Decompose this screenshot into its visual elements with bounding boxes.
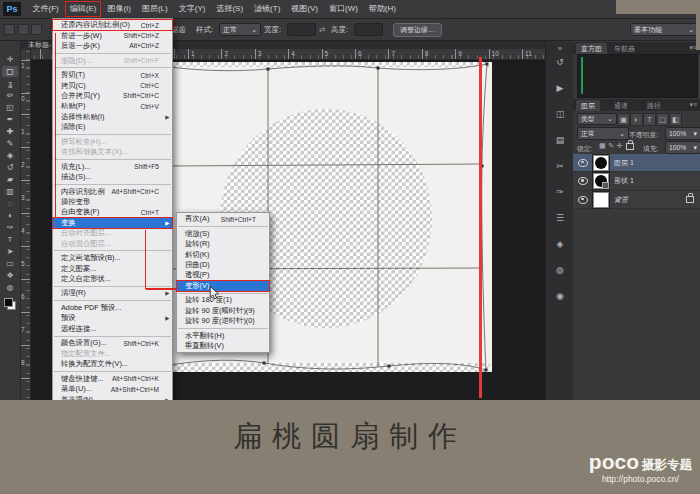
menubar-item[interactable]: 文件(F) xyxy=(27,0,64,18)
menu-item[interactable]: 拼写检查(H)... xyxy=(53,136,172,146)
menu-item[interactable]: 再次(A)Shift+Ctrl+T xyxy=(177,214,269,224)
expand-panels-icon[interactable]: » xyxy=(553,42,567,55)
filter-pixel-layers-icon[interactable]: ▣ xyxy=(617,113,630,126)
tab-histogram-1[interactable]: 导航器 xyxy=(609,43,640,54)
menu-item[interactable]: 旋转 90 度(逆时针)(0) xyxy=(177,316,269,326)
dodge-tool[interactable]: ◖ xyxy=(2,210,18,221)
panel-menu-icon[interactable]: ▾≡ xyxy=(689,101,697,109)
lasso-tool[interactable]: ʓ xyxy=(2,78,18,89)
type-tool[interactable]: T xyxy=(2,234,18,245)
layer-visibility-eye-icon[interactable] xyxy=(578,177,588,185)
menu-item[interactable]: 查找和替换文本(X)... xyxy=(53,147,172,157)
filter-adjustment-layers-icon[interactable]: ◐ xyxy=(630,113,643,126)
shape-tool[interactable]: ▭ xyxy=(2,258,18,269)
fill-dropdown[interactable]: 100%▾ xyxy=(665,141,700,154)
color-swatches[interactable] xyxy=(4,298,16,310)
layer-row[interactable]: 形状 1 xyxy=(573,173,700,191)
gradient-tool[interactable]: ▥ xyxy=(2,186,18,197)
swatches-panel-icon[interactable]: ◈ xyxy=(553,238,567,251)
lock-transparency-icon[interactable]: ▦ xyxy=(599,142,606,150)
menubar-item[interactable]: 编辑(E) xyxy=(64,0,102,18)
selection-mode-add-icon[interactable] xyxy=(31,24,42,35)
layer-visibility-eye-icon[interactable] xyxy=(578,196,588,204)
properties-panel-icon[interactable]: ▶ xyxy=(553,82,567,95)
menu-item[interactable]: 描边(S)... xyxy=(53,172,172,182)
menu-item[interactable]: 定义画笔预设(B)... xyxy=(53,253,172,263)
menu-item[interactable]: 拷贝(C)Ctrl+C xyxy=(53,80,172,90)
menu-item[interactable]: 选择性粘贴(I)▶ xyxy=(53,112,172,122)
clone-stamp-tool[interactable]: ◈ xyxy=(2,150,18,161)
refine-edge-button[interactable]: 调整边缘… xyxy=(393,23,442,37)
move-tool[interactable]: ✛ xyxy=(2,54,18,65)
hand-tool[interactable]: ❖ xyxy=(2,270,18,281)
menu-item[interactable]: 变换▶ xyxy=(53,218,172,228)
menu-item[interactable]: 前进一步(W)Shift+Ctrl+Z xyxy=(53,30,172,40)
menu-item[interactable]: 定义图案... xyxy=(53,263,172,273)
menubar-item[interactable]: 文字(Y) xyxy=(173,0,211,18)
healing-brush-tool[interactable]: ✚ xyxy=(2,126,18,137)
width-input[interactable] xyxy=(287,23,316,36)
layer-name[interactable]: 形状 1 xyxy=(614,176,634,186)
paragraph-panel-icon[interactable]: ☰ xyxy=(553,212,567,225)
layer-filter-dropdown[interactable]: 类型⌄ xyxy=(577,113,617,125)
menu-item[interactable]: 清理(R)▶ xyxy=(53,288,172,298)
swap-dimensions-icon[interactable]: ⇄ xyxy=(319,25,325,34)
menu-item[interactable]: 内容识别比例Alt+Shift+Ctrl+C xyxy=(53,186,172,196)
adjustments-panel-icon[interactable]: ◫ xyxy=(553,108,567,121)
brush-tool[interactable]: ✎ xyxy=(2,138,18,149)
blend-mode-dropdown[interactable]: 正常⌄ xyxy=(577,127,629,140)
menu-item[interactable]: 后退一步(K)Alt+Ctrl+Z xyxy=(53,41,172,51)
layer-row[interactable]: 图层 1 xyxy=(573,154,700,172)
menu-item[interactable]: Adobe PDF 预设... xyxy=(53,303,172,313)
lock-position-icon[interactable]: ✛ xyxy=(617,142,623,150)
menu-item[interactable]: 菜单(U)...Alt+Shift+Ctrl+M xyxy=(53,384,172,394)
layer-name[interactable]: 图层 1 xyxy=(614,158,634,168)
menu-item[interactable]: 斜切(K) xyxy=(177,249,269,259)
menu-item[interactable]: 清除(E) xyxy=(53,122,172,132)
tab-layers-0[interactable]: 图层 xyxy=(576,100,600,111)
styles-panel-icon[interactable]: ▤ xyxy=(553,134,567,147)
menu-item[interactable]: 旋转(R) xyxy=(177,239,269,249)
lock-pixels-icon[interactable]: ✎ xyxy=(608,142,614,150)
filter-smart-objects-icon[interactable]: ◧ xyxy=(669,113,682,126)
tab-layers-1[interactable]: 通道 xyxy=(609,100,633,111)
menu-item[interactable]: 渐隐(D)...Shift+Ctrl+F xyxy=(53,55,172,65)
marquee-tool[interactable]: ▢ xyxy=(2,66,18,77)
workspace-dropdown[interactable]: 基本功能⌄ xyxy=(630,23,698,36)
menu-item[interactable]: 自由变换(F)Ctrl+T xyxy=(53,207,172,217)
opacity-dropdown[interactable]: 100%▾ xyxy=(665,127,700,140)
menu-item[interactable]: 自动混合图层... xyxy=(53,238,172,248)
zoom-tool[interactable]: ◍ xyxy=(2,282,18,293)
menu-item[interactable]: 操控变形 xyxy=(53,197,172,207)
menubar-item[interactable]: 选择(S) xyxy=(211,0,249,18)
menu-item[interactable]: 首选项(N)▶ xyxy=(53,394,172,400)
history-brush-tool[interactable]: ↺ xyxy=(2,162,18,173)
menu-item[interactable]: 键盘快捷键...Alt+Shift+Ctrl+K xyxy=(53,374,172,384)
menubar-item[interactable]: 视图(V) xyxy=(286,0,324,18)
quick-selection-tool[interactable]: ✏ xyxy=(2,90,18,101)
menu-item[interactable]: 粘贴(P)Ctrl+V xyxy=(53,101,172,111)
menubar-item[interactable]: 图层(L) xyxy=(136,0,173,18)
menu-item[interactable]: 垂直翻转(V) xyxy=(177,341,269,351)
filter-shape-layers-icon[interactable]: ▢ xyxy=(656,113,669,126)
menu-item[interactable]: 转换为配置文件(V)... xyxy=(53,359,172,369)
menu-item[interactable]: 合并拷贝(Y)Shift+Ctrl+C xyxy=(53,91,172,101)
style-dropdown[interactable]: 正常⌄ xyxy=(219,23,261,36)
tab-histogram-0[interactable]: 直方图 xyxy=(576,43,607,54)
menubar-item[interactable]: 图像(I) xyxy=(102,0,137,18)
filter-type-layers-icon[interactable]: T xyxy=(643,113,656,126)
layer-row[interactable]: 背景 xyxy=(573,191,700,209)
menubar-item[interactable]: 滤镜(T) xyxy=(249,0,286,18)
menu-item[interactable]: 扭曲(D) xyxy=(177,260,269,270)
menu-item[interactable]: 变形(V) xyxy=(177,281,269,291)
menu-item[interactable]: 缩放(S) xyxy=(177,229,269,239)
color-panel-icon[interactable]: ◍ xyxy=(553,264,567,277)
clone-source-panel-icon[interactable]: ✂ xyxy=(553,160,567,173)
layer-name[interactable]: 背景 xyxy=(614,195,628,205)
menu-item[interactable]: 指定配置文件... xyxy=(53,349,172,359)
menu-item[interactable]: 水平翻转(H) xyxy=(177,330,269,340)
foreground-color-swatch[interactable] xyxy=(4,298,13,307)
menu-item[interactable]: 预设▶ xyxy=(53,313,172,323)
pen-tool[interactable]: ✑ xyxy=(2,222,18,233)
selection-mode-new-icon[interactable] xyxy=(18,24,29,35)
